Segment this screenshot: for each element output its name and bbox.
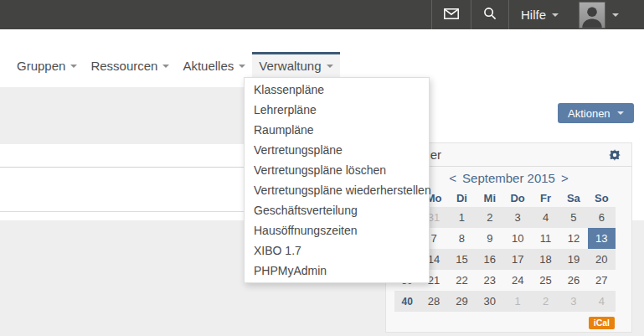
- calendar-day[interactable]: 25: [532, 270, 559, 291]
- nav-label: Aktuelles: [183, 59, 234, 73]
- nav-item-ressourcen[interactable]: Ressourcen: [84, 52, 176, 77]
- chevron-down-icon: [162, 65, 169, 68]
- chevron-down-icon: [552, 13, 559, 17]
- calendar-day-selected[interactable]: 13: [588, 228, 616, 249]
- chevron-down-icon: [612, 13, 619, 17]
- calendar-day[interactable]: 2: [476, 207, 503, 228]
- dropdown-item[interactable]: Raumpläne: [245, 120, 429, 140]
- dropdown-item[interactable]: Vertretungspläne wiederherstellen: [245, 180, 429, 200]
- calendar-day[interactable]: 19: [559, 249, 587, 270]
- next-month-button[interactable]: >: [561, 171, 569, 185]
- mail-button[interactable]: [431, 0, 471, 29]
- chevron-down-icon: [70, 65, 77, 68]
- nav-item-gruppen[interactable]: Gruppen: [10, 52, 84, 77]
- day-header: Do: [503, 189, 531, 207]
- calendar-day[interactable]: 18: [532, 249, 559, 270]
- nav-label: Gruppen: [17, 59, 65, 73]
- month-label: September 2015: [462, 171, 555, 185]
- dropdown-item[interactable]: XIBO 1.7: [245, 240, 429, 261]
- calendar-day[interactable]: 2: [532, 291, 559, 312]
- dropdown-item[interactable]: PHPMyAdmin: [245, 261, 429, 281]
- search-button[interactable]: [471, 0, 509, 29]
- prev-month-button[interactable]: <: [449, 171, 456, 185]
- calendar-day[interactable]: 23: [476, 270, 503, 291]
- calendar-day[interactable]: 4: [532, 207, 559, 228]
- dropdown-item[interactable]: Lehrerpläne: [245, 100, 429, 120]
- day-header: So: [588, 189, 616, 207]
- calendar-day[interactable]: 11: [532, 228, 559, 249]
- verwaltung-dropdown: KlassenpläneLehrerpläneRaumpläneVertretu…: [244, 77, 430, 283]
- day-header: Mi: [476, 189, 503, 207]
- week-number: 40: [394, 291, 420, 312]
- calendar-day[interactable]: 16: [476, 249, 503, 270]
- calendar-day[interactable]: 26: [559, 270, 587, 291]
- mail-icon: [444, 8, 459, 23]
- calendar-day[interactable]: 9: [476, 228, 503, 249]
- dropdown-item[interactable]: Geschäftsverteilung: [245, 200, 429, 220]
- calendar-day[interactable]: 6: [588, 207, 616, 228]
- calendar-day[interactable]: 10: [503, 228, 531, 249]
- calendar-day[interactable]: 24: [503, 270, 531, 291]
- dropdown-item[interactable]: Hausöffnungszeiten: [245, 220, 429, 240]
- dropdown-item[interactable]: Klassenpläne: [245, 80, 429, 100]
- calendar-day[interactable]: 5: [559, 207, 587, 228]
- chevron-down-icon: [617, 111, 624, 115]
- dropdown-item[interactable]: Vertretungspläne löschen: [245, 160, 429, 180]
- calendar-day[interactable]: 4: [588, 291, 616, 312]
- calendar-day[interactable]: 27: [588, 270, 616, 291]
- help-menu[interactable]: Hilfe: [509, 0, 570, 29]
- nav-label: Ressourcen: [90, 59, 157, 73]
- nav-item-aktuelles[interactable]: Aktuelles: [176, 52, 252, 77]
- calendar-day[interactable]: 28: [420, 291, 447, 312]
- ical-button[interactable]: iCal: [589, 317, 615, 329]
- user-menu[interactable]: [570, 0, 644, 29]
- ical-row: iCal: [386, 312, 631, 329]
- search-icon: [483, 7, 497, 23]
- calendar-day[interactable]: 29: [448, 291, 476, 312]
- nav-label: Verwaltung: [259, 59, 321, 73]
- calendar-day[interactable]: 1: [448, 207, 476, 228]
- aktionen-button[interactable]: Aktionen: [558, 103, 634, 123]
- calendar-day[interactable]: 3: [559, 291, 587, 312]
- topbar: Hilfe: [0, 0, 644, 29]
- nav-item-verwaltung[interactable]: Verwaltung: [252, 52, 339, 77]
- calendar-week-row: 402829301234: [394, 291, 616, 312]
- calendar-day[interactable]: 20: [588, 249, 616, 270]
- calendar-day[interactable]: 12: [559, 228, 587, 249]
- avatar: [579, 2, 605, 28]
- help-label: Hilfe: [521, 8, 546, 22]
- gear-icon[interactable]: [609, 149, 621, 161]
- calendar-day[interactable]: 22: [448, 270, 476, 291]
- calendar-day[interactable]: 30: [476, 291, 503, 312]
- calendar-day[interactable]: 3: [503, 207, 531, 228]
- day-header: Di: [448, 189, 476, 207]
- day-header: Sa: [559, 189, 587, 207]
- chevron-down-icon: [327, 65, 333, 68]
- chevron-down-icon: [239, 65, 245, 68]
- calendar-day[interactable]: 17: [503, 249, 531, 270]
- day-header: Fr: [532, 189, 559, 207]
- calendar-day[interactable]: 8: [448, 228, 476, 249]
- dropdown-item[interactable]: Vertretungspläne: [245, 140, 429, 160]
- calendar-day[interactable]: 15: [448, 249, 476, 270]
- aktionen-label: Aktionen: [568, 107, 611, 120]
- calendar-day[interactable]: 1: [503, 291, 531, 312]
